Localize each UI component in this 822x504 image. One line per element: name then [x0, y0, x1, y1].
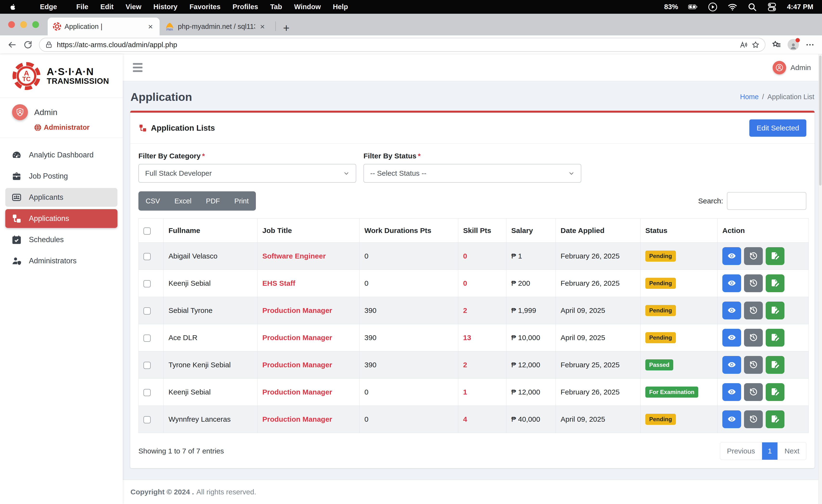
job-title-link[interactable]: Production Manager — [262, 334, 332, 342]
view-button[interactable] — [722, 275, 741, 292]
row-checkbox[interactable] — [143, 253, 151, 260]
menubar-clock[interactable]: 4:47 PM — [787, 3, 813, 11]
edit-button[interactable] — [766, 410, 784, 428]
export-excel-button[interactable]: Excel — [167, 191, 199, 210]
address-bar[interactable]: https://atc-arms.cloud/admin/appl.php — [39, 38, 765, 52]
history-button[interactable] — [744, 383, 763, 401]
row-checkbox[interactable] — [143, 307, 151, 315]
search-input[interactable] — [727, 192, 806, 210]
export-csv-button[interactable]: CSV — [138, 191, 167, 210]
pagination-next[interactable]: Next — [778, 442, 806, 460]
view-button[interactable] — [722, 410, 741, 428]
favorite-star-icon[interactable] — [752, 41, 760, 49]
header-job-title[interactable]: Job Title — [258, 218, 360, 242]
sidebar-item-applicants[interactable]: Applicants — [5, 188, 117, 207]
menubar-item-profiles[interactable]: Profiles — [233, 3, 258, 11]
sidebar-item-applications[interactable]: Applications — [5, 209, 117, 228]
header-skill-pts[interactable]: Skill Pts — [458, 218, 506, 242]
more-menu-icon[interactable] — [805, 40, 815, 50]
edit-button[interactable] — [766, 383, 784, 401]
header-action[interactable]: Action — [718, 218, 809, 242]
menubar-item-file[interactable]: File — [76, 3, 88, 11]
header-date-applied[interactable]: Date Applied — [556, 218, 641, 242]
job-title-link[interactable]: Production Manager — [262, 415, 332, 423]
menubar-item-view[interactable]: View — [126, 3, 141, 11]
view-button[interactable] — [722, 329, 741, 347]
edit-button[interactable] — [766, 247, 784, 265]
row-checkbox[interactable] — [143, 416, 151, 423]
edit-button[interactable] — [766, 275, 784, 292]
view-button[interactable] — [722, 383, 741, 401]
select-all-checkbox[interactable] — [143, 227, 151, 235]
menubar-item-favorites[interactable]: Favorites — [189, 3, 221, 11]
new-tab-button[interactable]: + — [280, 22, 293, 33]
window-minimize-button[interactable] — [20, 21, 27, 28]
tab-application[interactable]: Application | × — [48, 18, 159, 35]
window-close-button[interactable] — [8, 21, 15, 28]
play-circle-icon[interactable] — [708, 3, 718, 11]
back-icon[interactable] — [7, 40, 17, 50]
history-button[interactable] — [744, 329, 763, 347]
edit-button[interactable] — [766, 302, 784, 320]
sidebar-item-administrators[interactable]: Administrators — [5, 251, 117, 270]
history-button[interactable] — [744, 275, 763, 292]
job-title-link[interactable]: Production Manager — [262, 361, 332, 369]
header-salary[interactable]: Salary — [506, 218, 556, 242]
sidebar-item-analytic-dashboard[interactable]: Analytic Dashboard — [5, 146, 117, 164]
history-button[interactable] — [744, 302, 763, 320]
read-aloud-icon[interactable] — [740, 41, 748, 49]
favorites-list-icon[interactable] — [772, 40, 781, 50]
history-button[interactable] — [744, 356, 763, 374]
pagination-page-1[interactable]: 1 — [762, 442, 778, 460]
lock-icon[interactable] — [45, 41, 53, 49]
menubar-item-edit[interactable]: Edit — [100, 3, 114, 11]
header-status[interactable]: Status — [641, 218, 718, 242]
menubar-item-window[interactable]: Window — [294, 3, 321, 11]
sidebar-item-job-posting[interactable]: Job Posting — [5, 167, 117, 185]
row-checkbox[interactable] — [143, 389, 151, 396]
spotlight-search-icon[interactable] — [747, 3, 757, 11]
menubar-item-history[interactable]: History — [153, 3, 177, 11]
job-title-link[interactable]: Software Engineer — [262, 252, 326, 260]
battery-charging-icon[interactable] — [688, 3, 698, 11]
history-button[interactable] — [744, 247, 763, 265]
edit-selected-button[interactable]: Edit Selected — [749, 119, 806, 137]
url-text[interactable]: https://atc-arms.cloud/admin/appl.php — [57, 41, 736, 49]
page-scrollbar[interactable] — [818, 54, 822, 504]
job-title-link[interactable]: EHS Staff — [262, 279, 295, 287]
apple-icon[interactable] — [9, 3, 17, 11]
menubar-item-tab[interactable]: Tab — [270, 3, 282, 11]
view-button[interactable] — [722, 356, 741, 374]
header-fullname[interactable]: Fullname — [164, 218, 258, 242]
edit-button[interactable] — [766, 356, 784, 374]
pagination-previous[interactable]: Previous — [720, 442, 762, 460]
view-button[interactable] — [722, 302, 741, 320]
wifi-icon[interactable] — [728, 3, 737, 11]
view-button[interactable] — [722, 247, 741, 265]
edit-button[interactable] — [766, 329, 784, 347]
export-pdf-button[interactable]: PDF — [199, 191, 227, 210]
row-checkbox[interactable] — [143, 362, 151, 369]
row-checkbox[interactable] — [143, 335, 151, 342]
window-zoom-button[interactable] — [32, 21, 39, 28]
control-center-icon[interactable] — [767, 3, 777, 11]
breadcrumb-home-link[interactable]: Home — [740, 93, 759, 101]
reload-icon[interactable] — [23, 40, 33, 50]
sidebar-user-name[interactable]: Admin — [34, 108, 57, 117]
sidebar-item-schedules[interactable]: Schedules — [5, 230, 117, 249]
filter-category-select[interactable]: Full Stack Developer — [138, 164, 356, 183]
export-print-button[interactable]: Print — [227, 191, 256, 210]
tab-close-icon[interactable]: × — [146, 22, 154, 31]
tab-phpmyadmin[interactable]: PMA php-myadmin.net / sql113.infini × — [159, 18, 272, 35]
profile-avatar[interactable] — [788, 39, 799, 50]
menubar-item-help[interactable]: Help — [333, 3, 348, 11]
hamburger-menu-icon[interactable] — [131, 62, 144, 73]
history-button[interactable] — [744, 410, 763, 428]
job-title-link[interactable]: Production Manager — [262, 307, 332, 314]
brand-logo[interactable]: ATC A·S·I·A·N TRANSMISSION — [0, 54, 123, 98]
row-checkbox[interactable] — [143, 280, 151, 288]
topnav-user-menu[interactable]: Admin — [773, 61, 811, 74]
tab-close-icon[interactable]: × — [259, 22, 266, 31]
header-work-durations[interactable]: Work Durations Pts — [360, 218, 458, 242]
job-title-link[interactable]: Production Manager — [262, 388, 332, 396]
